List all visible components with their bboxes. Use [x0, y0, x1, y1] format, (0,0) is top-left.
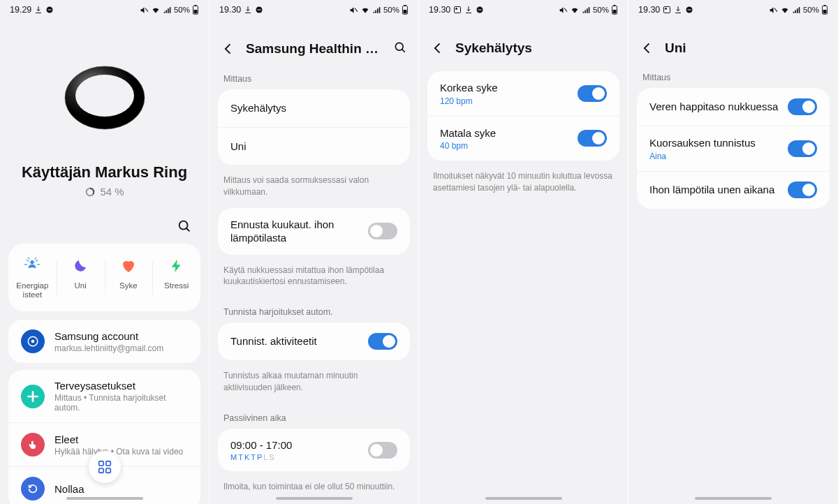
device-battery: 54 % — [0, 186, 209, 198]
row-inactive-time[interactable]: 09:00 - 17:00 MTKTPLS — [218, 429, 410, 472]
screen-sleep-settings: 19.30 50% Uni Mittaus Veren happitaso nu… — [628, 0, 838, 504]
search-icon[interactable] — [393, 40, 407, 57]
ring-battery-icon — [84, 186, 96, 198]
section-inactive: Passiivinen aika — [210, 403, 418, 429]
wifi-icon — [360, 6, 370, 15]
dnd-icon — [476, 6, 484, 14]
samsung-account-icon — [21, 329, 45, 353]
toggle-inactive[interactable] — [368, 442, 397, 459]
nav-handle[interactable] — [695, 497, 772, 500]
svg-point-14 — [31, 340, 35, 343]
toggle-activities[interactable] — [368, 333, 397, 350]
wifi-icon — [780, 6, 790, 15]
svg-line-21 — [355, 8, 358, 11]
download-icon — [464, 6, 473, 14]
moon-icon — [71, 256, 90, 276]
nav-handle[interactable] — [485, 497, 562, 500]
toggle-snore[interactable] — [788, 140, 817, 157]
signal-icon — [582, 6, 591, 15]
svg-rect-15 — [98, 461, 103, 466]
svg-rect-42 — [823, 10, 827, 13]
nav-handle[interactable] — [276, 497, 353, 500]
toggle-spo2[interactable] — [788, 98, 817, 115]
section-workouts: Tunnista harjoitukset autom. — [210, 297, 418, 323]
svg-line-26 — [402, 50, 405, 52]
signal-icon — [163, 6, 172, 15]
apps-button[interactable] — [89, 451, 121, 483]
wifi-icon — [151, 6, 161, 15]
svg-line-2 — [145, 8, 148, 11]
gesture-icon — [21, 433, 45, 457]
row-detect-activities[interactable]: Tunnist. aktiviteetit — [218, 323, 410, 360]
svg-point-12 — [31, 260, 34, 264]
mute-icon — [559, 6, 568, 15]
battery-pct: 50% — [174, 6, 190, 14]
page-title: Sykehälytys — [455, 40, 617, 56]
energy-icon — [22, 256, 42, 276]
back-button[interactable] — [221, 41, 236, 57]
download-icon — [244, 6, 252, 14]
toggle-skin-temp[interactable] — [788, 181, 817, 198]
inactive-days: MTKTPLS — [230, 453, 368, 461]
row-health-settings[interactable]: Terveysasetukset Mittaus • Tunnista harj… — [8, 370, 200, 422]
gallery-icon — [663, 6, 671, 14]
svg-point-36 — [666, 8, 667, 10]
battery-pct: 50% — [383, 6, 399, 14]
tile-heart-rate[interactable]: Syke — [105, 256, 153, 299]
account-sub: markus.lehtiniitty@gmail.com — [54, 343, 163, 353]
heart-icon — [119, 256, 138, 276]
page-title: Uni — [665, 40, 827, 56]
status-time: 19.30 — [638, 5, 660, 15]
help-predict: Käytä nukkuessasi mitattua ihon lämpötil… — [210, 260, 418, 298]
svg-rect-16 — [105, 461, 110, 466]
tile-stress[interactable]: Stressi — [152, 256, 200, 299]
status-time: 19.30 — [219, 5, 241, 15]
battery-pct: 50% — [803, 6, 819, 14]
row-skin-temp[interactable]: Ihon lämpötila unen aikana — [637, 171, 830, 209]
card-account[interactable]: Samsung account markus.lehtiniitty@gmail… — [8, 320, 200, 363]
device-name: Käyttäjän Markus Ring — [0, 163, 209, 181]
battery-icon — [402, 5, 409, 15]
back-button[interactable] — [430, 40, 446, 56]
page-title: Samsung Healthin ase… — [246, 41, 383, 57]
wifi-icon — [570, 6, 580, 15]
ring-image — [52, 47, 157, 152]
svg-line-11 — [186, 228, 190, 232]
help-activities: Tunnistus alkaa muutaman minuutin aktiiv… — [210, 366, 418, 403]
svg-rect-20 — [258, 10, 261, 10]
row-spo2[interactable]: Veren happitaso nukkuessa — [637, 88, 830, 126]
screen-wearable-home: 19.29 50% Käyttäjän Markus Ring — [0, 0, 210, 504]
row-hr-alert[interactable]: Sykehälytys — [218, 89, 410, 127]
device-hero: Käyttäjän Markus Ring 54 % — [0, 20, 209, 198]
status-time: 19.30 — [429, 5, 450, 15]
svg-rect-34 — [613, 10, 617, 13]
row-low-hr[interactable]: Matala syke 40 bpm — [427, 116, 619, 161]
search-icon[interactable] — [177, 218, 192, 237]
row-high-hr[interactable]: Korkea syke 120 bpm — [427, 71, 619, 116]
svg-rect-24 — [404, 10, 407, 13]
download-icon — [674, 6, 682, 14]
back-button[interactable] — [640, 40, 655, 56]
signal-icon — [372, 6, 381, 15]
svg-point-7 — [75, 75, 134, 117]
row-snore[interactable]: Kuorsauksen tunnistus Aina — [637, 126, 830, 171]
mute-icon — [140, 6, 149, 15]
dnd-icon — [255, 6, 263, 14]
battery-pct: 50% — [593, 6, 609, 14]
nav-handle[interactable] — [66, 497, 143, 500]
battery-icon — [821, 5, 828, 15]
tile-energy[interactable]: Energiap isteet — [8, 256, 57, 299]
toggle-low-hr[interactable] — [578, 130, 607, 147]
row-predict-period[interactable]: Ennusta kuukaut. ihon lämpötilasta — [218, 208, 410, 255]
svg-rect-30 — [478, 10, 482, 10]
row-sleep[interactable]: Uni — [218, 127, 410, 165]
status-bar: 19.29 50% — [0, 0, 209, 20]
help-hr: Ilmoitukset näkyvät 10 minuutin kuluttua… — [419, 166, 628, 204]
toggle-high-hr[interactable] — [578, 85, 607, 102]
toggle-predict[interactable] — [368, 223, 397, 239]
svg-rect-38 — [688, 10, 691, 10]
svg-rect-17 — [98, 468, 103, 473]
tile-sleep[interactable]: Uni — [57, 256, 105, 299]
status-bar: 19.30 50% — [628, 0, 838, 20]
svg-point-28 — [456, 8, 457, 10]
